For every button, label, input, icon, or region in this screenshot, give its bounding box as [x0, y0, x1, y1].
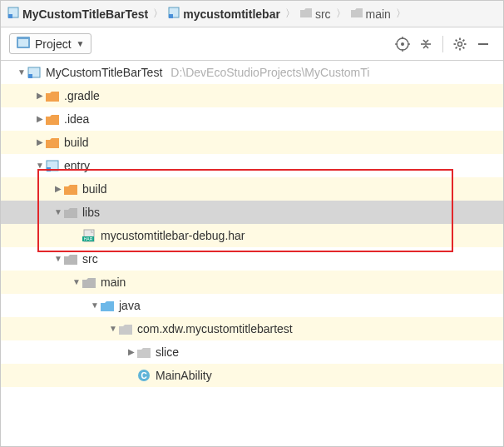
chevron-right-icon[interactable]: ▶ — [34, 84, 46, 107]
svg-line-20 — [456, 47, 457, 48]
tree-label: mycustomtitlebar-debug.har — [101, 224, 245, 247]
har-file-icon: HAR — [82, 229, 96, 242]
tree-label: MainAbility — [156, 364, 212, 387]
tree-label: build — [82, 177, 107, 201]
chevron-right-icon: 〉 — [285, 7, 295, 21]
folder-icon — [64, 254, 77, 265]
svg-rect-24 — [28, 74, 32, 78]
chevron-right-icon[interactable]: ▶ — [34, 131, 46, 154]
tree-label: java — [119, 294, 141, 317]
tree-row-slice[interactable]: ▶ slice — [1, 340, 503, 364]
chevron-right-icon: 〉 — [396, 7, 406, 21]
svg-text:C: C — [141, 371, 146, 380]
view-selector-label: Project — [35, 37, 72, 51]
tree-path-hint: D:\DevEcoStudioProjects\MyCustomTi — [170, 61, 369, 84]
minimize-icon[interactable] — [472, 32, 495, 56]
source-folder-icon — [101, 300, 114, 311]
package-icon — [119, 324, 132, 335]
breadcrumb-label: src — [315, 7, 331, 21]
class-icon: C — [137, 369, 151, 382]
chevron-right-icon: 〉 — [336, 7, 346, 21]
breadcrumb-item-main[interactable]: main — [348, 7, 394, 21]
chevron-down-icon[interactable]: ▼ — [71, 271, 82, 294]
breadcrumb-item-src[interactable]: src — [297, 7, 334, 21]
folder-icon — [351, 7, 363, 21]
tree-label: .idea — [64, 107, 89, 131]
project-tree: ▼ MyCustomTitleBarTest D:\DevEcoStudioPr… — [1, 61, 503, 387]
tree-row-har-file[interactable]: HAR mycustomtitlebar-debug.har — [1, 224, 503, 247]
folder-icon — [46, 91, 59, 102]
chevron-right-icon[interactable]: ▶ — [126, 340, 137, 364]
tree-row-package[interactable]: ▼ com.xdw.mycustomtitlebartest — [1, 317, 503, 340]
tree-label: com.xdw.mycustomtitlebartest — [137, 317, 293, 340]
folder-icon — [46, 137, 59, 148]
folder-icon — [46, 114, 59, 125]
svg-rect-3 — [169, 14, 173, 18]
svg-line-21 — [463, 39, 465, 41]
tree-label: build — [64, 131, 89, 154]
svg-rect-5 — [18, 39, 28, 47]
tree-label: src — [82, 247, 98, 271]
module-icon — [27, 67, 41, 78]
chevron-down-icon[interactable]: ▼ — [107, 317, 119, 340]
breadcrumb-label: MyCustomTitleBarTest — [22, 7, 148, 21]
breadcrumb-label: main — [366, 7, 391, 21]
chevron-right-icon[interactable]: ▶ — [34, 107, 46, 131]
tree-row-idea[interactable]: ▶ .idea — [1, 107, 503, 131]
svg-point-13 — [458, 42, 462, 46]
tree-label: libs — [82, 201, 100, 224]
folder-icon — [300, 7, 312, 21]
chevron-right-icon: 〉 — [153, 7, 163, 21]
tree-row-main-ability[interactable]: C MainAbility — [1, 364, 503, 387]
svg-rect-26 — [47, 167, 51, 171]
project-toolbar: Project ▼ — [1, 27, 503, 61]
svg-line-19 — [463, 47, 465, 48]
module-icon — [7, 7, 19, 21]
view-selector[interactable]: Project ▼ — [9, 33, 91, 54]
folder-icon — [64, 207, 77, 218]
tree-row-entry-build[interactable]: ▶ build — [1, 177, 503, 201]
module-icon — [46, 160, 59, 171]
project-icon — [17, 37, 30, 51]
svg-point-7 — [401, 42, 404, 46]
breadcrumb-item-module[interactable]: mycustomtitlebar — [165, 7, 284, 21]
tree-row-src[interactable]: ▼ src — [1, 247, 503, 271]
breadcrumb-label: mycustomtitlebar — [183, 7, 280, 21]
collapse-all-icon[interactable] — [414, 32, 437, 56]
tree-label: MyCustomTitleBarTest — [46, 61, 162, 84]
tree-row-java[interactable]: ▼ java — [1, 294, 503, 317]
module-icon — [168, 7, 180, 21]
locate-icon[interactable] — [391, 32, 414, 56]
tree-row-build[interactable]: ▶ build — [1, 131, 503, 154]
tree-label: main — [101, 271, 126, 294]
chevron-down-icon: ▼ — [77, 39, 85, 48]
tree-row-main[interactable]: ▼ main — [1, 271, 503, 294]
chevron-down-icon[interactable]: ▼ — [89, 294, 101, 317]
chevron-down-icon[interactable]: ▼ — [52, 201, 64, 224]
folder-icon — [64, 184, 77, 195]
chevron-right-icon[interactable]: ▶ — [52, 177, 64, 201]
folder-icon — [82, 277, 96, 288]
breadcrumb-item-project[interactable]: MyCustomTitleBarTest — [4, 7, 151, 21]
tree-label: entry — [64, 154, 90, 177]
chevron-down-icon[interactable]: ▼ — [34, 154, 46, 177]
svg-text:HAR: HAR — [84, 236, 93, 241]
separator — [442, 36, 443, 52]
package-icon — [137, 347, 151, 358]
gear-icon[interactable] — [448, 32, 472, 56]
svg-line-18 — [456, 39, 457, 41]
chevron-down-icon[interactable]: ▼ — [52, 247, 64, 271]
svg-rect-1 — [8, 14, 12, 18]
chevron-down-icon[interactable]: ▼ — [16, 61, 27, 84]
tree-row-gradle[interactable]: ▶ .gradle — [1, 84, 503, 107]
tree-row-libs[interactable]: ▼ libs — [1, 201, 503, 224]
tree-row-entry[interactable]: ▼ entry — [1, 154, 503, 177]
tree-label: slice — [156, 340, 179, 364]
tree-label: .gradle — [64, 84, 100, 107]
breadcrumb-bar: MyCustomTitleBarTest 〉 mycustomtitlebar … — [1, 1, 503, 27]
tree-row-root[interactable]: ▼ MyCustomTitleBarTest D:\DevEcoStudioPr… — [1, 61, 503, 84]
